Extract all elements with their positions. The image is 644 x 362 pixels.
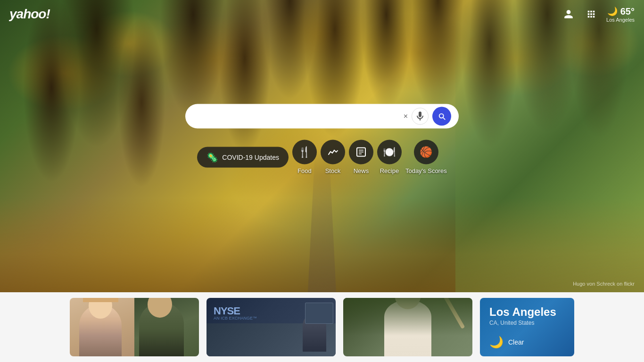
- clear-icon[interactable]: ×: [404, 112, 408, 121]
- weather-card-region: CA, United States: [489, 320, 565, 326]
- stock-link[interactable]: Stock: [321, 140, 345, 174]
- covid-link[interactable]: 🦠 COVID-19 Updates: [197, 147, 289, 167]
- weather-temp: 🌙 65°: [607, 6, 635, 17]
- moon-icon: 🌙: [607, 6, 618, 16]
- scores-link[interactable]: 🏀 Today's Scores: [405, 140, 447, 174]
- search-bar: ×: [185, 104, 459, 129]
- recipe-label: Recipe: [380, 167, 399, 174]
- recipe-icon: 🍽️: [377, 140, 402, 165]
- stock-label: Stock: [325, 167, 341, 174]
- search-container: × 🦠 COVID-19 Updates 🍴 Food: [185, 104, 459, 174]
- weather-location: Los Angeles: [606, 17, 635, 23]
- weather-widget[interactable]: 🌙 65° Los Angeles: [606, 6, 635, 23]
- scores-icon: 🏀: [414, 140, 438, 165]
- weather-card[interactable]: Los Angeles CA, United States 🌙 Clear: [480, 298, 574, 356]
- recipe-link[interactable]: 🍽️ Recipe: [377, 140, 402, 174]
- header-right: 🌙 65° Los Angeles: [561, 6, 635, 23]
- content-section: NYSE AN ICB EXCHANGE™ Los Angeles CA,: [0, 292, 644, 362]
- baseball-news-card[interactable]: [343, 298, 472, 356]
- apps-icon[interactable]: [584, 7, 599, 22]
- search-input[interactable]: [193, 112, 400, 121]
- food-link[interactable]: 🍴 Food: [292, 140, 317, 174]
- food-icon: 🍴: [292, 140, 317, 165]
- covid-label: COVID-19 Updates: [222, 153, 279, 161]
- hero-section: yahoo! 🌙 65° Los Angeles: [0, 0, 644, 292]
- food-label: Food: [297, 167, 312, 174]
- news-icon: [349, 140, 373, 165]
- weather-condition-icon: 🌙: [489, 336, 504, 349]
- weather-card-city: Los Angeles: [489, 305, 565, 319]
- user-icon[interactable]: [561, 7, 576, 22]
- header: yahoo! 🌙 65° Los Angeles: [0, 0, 644, 28]
- covid-icon: 🦠: [206, 151, 218, 163]
- news-label: News: [354, 167, 369, 174]
- scores-label: Today's Scores: [405, 167, 447, 174]
- photo-credit: Hugo von Schreck on flickr: [573, 281, 635, 287]
- quick-links: 🦠 COVID-19 Updates 🍴 Food Stock: [185, 140, 459, 174]
- nyse-news-card[interactable]: NYSE AN ICB EXCHANGE™: [206, 298, 336, 356]
- mic-button[interactable]: [412, 108, 429, 125]
- news-link[interactable]: News: [349, 140, 373, 174]
- weather-condition-label: Clear: [508, 338, 524, 346]
- politics-news-card[interactable]: [70, 298, 199, 356]
- hero-right-light: [455, 0, 644, 292]
- stock-icon: [321, 140, 345, 165]
- search-button[interactable]: [432, 107, 451, 126]
- yahoo-logo[interactable]: yahoo!: [9, 7, 50, 22]
- weather-card-bottom: 🌙 Clear: [489, 336, 565, 349]
